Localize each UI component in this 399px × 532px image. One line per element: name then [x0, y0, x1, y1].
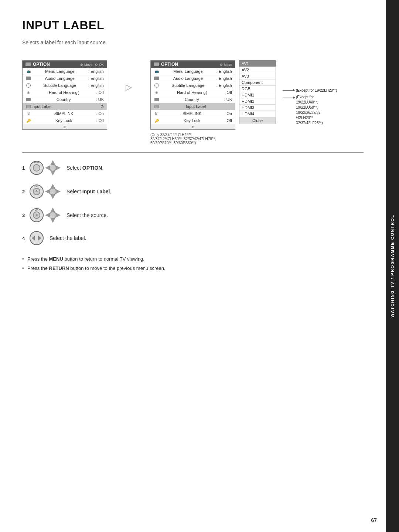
step-3: 3 OK ⊙ Select the source.	[22, 207, 364, 223]
left-arrow-icon	[32, 235, 35, 241]
right-arrow-icon	[38, 235, 41, 241]
nav-right-arrow	[55, 165, 61, 170]
arrow-between-menus: ▷	[122, 82, 136, 92]
menu1-row8-icon: 🔑	[25, 118, 31, 123]
nav-center-2	[50, 188, 56, 195]
nav-down-arrow-3	[50, 218, 55, 223]
source-hdmi1: HDMI1	[239, 92, 276, 98]
menu2: OPTION ⊕ Move 📺 Menu Language : English …	[150, 60, 235, 130]
menu2-row3-icon	[154, 83, 160, 88]
step4-number: 4	[22, 235, 28, 241]
menu2-row4-icon: ◉	[154, 90, 160, 95]
menu2-nav-hint: ⊕ Move	[220, 62, 232, 67]
menu1-row-1: 📺 Menu Language : English	[23, 68, 107, 75]
step3-number: 3	[22, 213, 28, 218]
menu1-row-6-input-label: Input Label ⊙	[23, 103, 107, 110]
lr-nav-icon	[30, 231, 44, 245]
hdmi3-note: (Except for19/22LU40**,19/22LU50**,19/22…	[296, 95, 323, 126]
source-hdmi3: HDMI3	[239, 105, 276, 111]
source-bottom-note: (Only 32/37/42/47LH49**,32/37/42/47LH50*…	[150, 133, 291, 145]
menu1-row5-icon	[25, 97, 31, 102]
menu1-row6-icon	[25, 104, 31, 109]
step-1: 1 MENU Select OPTION.	[22, 160, 364, 176]
menu2-row-8: 🔑 Key Lock : Off	[151, 117, 235, 124]
step1-text: Select OPTION.	[66, 165, 103, 171]
menu1-footer: E	[23, 124, 107, 129]
source-hdmi4: HDMI4	[239, 111, 276, 117]
page-number: 67	[371, 517, 377, 523]
menu2-row-7: S SIMPLINK : On	[151, 110, 235, 117]
source-list: AV1 AV2 AV3 Component RGB HDMI1 HDMI2 HD…	[239, 60, 276, 124]
menu1-row2-icon	[25, 76, 31, 81]
menu2-header: OPTION ⊕ Move	[151, 61, 235, 68]
menu1-row7-icon: S	[25, 111, 31, 116]
step1-icons: MENU	[30, 160, 61, 176]
menu2-title: OPTION	[161, 62, 178, 67]
source-av2: AV2	[239, 67, 276, 73]
step-2: 2 OK ⊙ Select Input Label.	[22, 184, 364, 199]
menu2-row5-icon	[154, 97, 160, 102]
nav-down-arrow-2	[50, 194, 55, 199]
steps-section: 1 MENU Select OPTION. 2	[22, 160, 364, 245]
menu1-row-3: Subtitle Language : English	[23, 82, 107, 89]
source-av3: AV3	[239, 73, 276, 79]
source-annotations: ▶ (Except for 19/22LH20**) ▶ (Except for…	[280, 60, 337, 126]
menu2-tv-icon	[154, 62, 159, 66]
step3-text: Select the source.	[66, 212, 108, 218]
page-subtitle: Selects a label for each input source.	[22, 40, 364, 45]
menu2-row-3: Subtitle Language : English	[151, 82, 235, 89]
ok-button-icon-2: OK ⊙	[30, 208, 44, 222]
menu-button-icon: MENU	[30, 161, 44, 175]
ok-button-icon: OK ⊙	[30, 184, 44, 199]
menu1-row3-icon	[25, 83, 31, 88]
menu1-row-7: S SIMPLINK : On	[23, 110, 107, 117]
nav-center	[50, 165, 56, 171]
source-hdmi2: HDMI2	[239, 98, 276, 105]
menu1-tv-icon	[25, 62, 31, 66]
menu2-footer: E	[151, 124, 235, 129]
menu1-title: OPTION	[33, 62, 50, 67]
step2-text: Select Input Label.	[66, 189, 111, 194]
step4-text: Select the label.	[50, 235, 86, 241]
source-av1: AV1	[239, 61, 276, 67]
step2-number: 2	[22, 189, 28, 194]
nav-pad-icon-3	[45, 207, 61, 223]
menu1-row-8: 🔑 Key Lock : Off	[23, 117, 107, 124]
menu1-header: OPTION ⊕ Move ⊙ OK	[23, 61, 107, 68]
menu2-row2-icon	[154, 76, 160, 81]
menu1: OPTION ⊕ Move ⊙ OK 📺 Menu Language : Eng…	[22, 60, 107, 130]
menu1-row-5: Country : UK	[23, 96, 107, 103]
menu2-row7-icon: S	[154, 111, 160, 116]
menu2-row1-icon: 📺	[154, 69, 160, 74]
page-title: INPUT LABEL	[22, 18, 364, 32]
divider	[22, 152, 364, 153]
source-rgb: RGB	[239, 86, 276, 92]
source-component: Component	[239, 79, 276, 86]
menu2-row-2: Audio Language : English	[151, 75, 235, 82]
menu-diagrams: OPTION ⊕ Move ⊙ OK 📺 Menu Language : Eng…	[22, 60, 364, 145]
step2-icons: OK ⊙	[30, 184, 61, 199]
nav-down-arrow	[50, 170, 55, 176]
menu2-area: OPTION ⊕ Move 📺 Menu Language : English …	[150, 60, 337, 145]
nav-right-arrow-2	[55, 189, 61, 194]
bottom-note-2: Press the RETURN button to move to the p…	[22, 265, 364, 271]
step3-icons: OK ⊙	[30, 207, 61, 223]
step4-icons	[30, 231, 44, 245]
menu2-with-sources: OPTION ⊕ Move 📺 Menu Language : English …	[150, 60, 337, 130]
menu2-row-5: Country : UK	[151, 96, 235, 103]
menu1-nav-hint: ⊕ Move ⊙ OK	[80, 62, 104, 67]
bottom-notes: Press the MENU button to return to norma…	[22, 256, 364, 271]
menu2-row-1: 📺 Menu Language : English	[151, 68, 235, 75]
sidebar-label: WATCHING TV / PROGRAMME CONTROL	[390, 214, 395, 318]
hdmi2-arrow: ▶ (Except for 19/22LH20**)	[283, 88, 337, 92]
menu1-row-4: ◉ Hard of Hearing( : Off	[23, 89, 107, 96]
menu2-row-6-input-label: Input Label	[151, 103, 235, 110]
menu2-row-4: ◉ Hard of Hearing( : Off	[151, 89, 235, 96]
menu1-row1-icon: 📺	[25, 69, 31, 74]
source-close[interactable]: Close	[239, 117, 276, 124]
bottom-note-1: Press the MENU button to return to norma…	[22, 256, 364, 262]
source-bottom-note-text: (Only 32/37/42/47LH49**,32/37/42/47LH50*…	[150, 133, 216, 145]
menu2-row6-icon	[154, 104, 160, 109]
hdmi3-arrow: ▶ (Except for19/22LU40**,19/22LU50**,19/…	[283, 95, 337, 126]
menu1-row4-icon: ◉	[25, 90, 31, 95]
